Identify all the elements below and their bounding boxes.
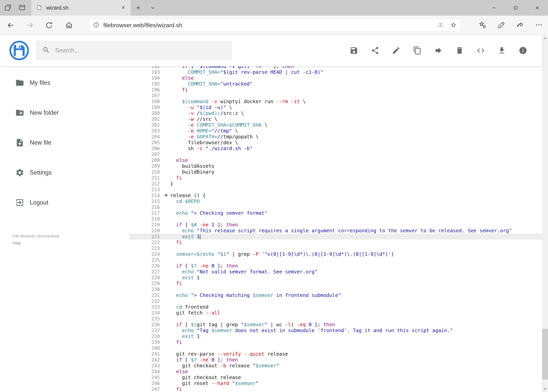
hub-icon[interactable]: [479, 21, 486, 29]
url-field[interactable]: filebrowser.web/files/wizard.sh: [89, 19, 461, 32]
code-line[interactable]: 218: [129, 216, 542, 222]
code-line[interactable]: 208 else: [129, 157, 542, 163]
code-line[interactable]: 196 fi: [129, 87, 542, 93]
code-line[interactable]: 235: [129, 316, 542, 322]
sidebar-item-logout[interactable]: Logout: [0, 188, 129, 217]
code-line[interactable]: 240: [129, 345, 542, 351]
reading-view-icon[interactable]: [437, 22, 444, 29]
code-line[interactable]: 192 if [ "$(command -v git)" != "" ]; th…: [129, 66, 542, 69]
code-line[interactable]: 238 exit 1: [129, 334, 542, 339]
code-line[interactable]: 225: [129, 257, 542, 263]
code-line[interactable]: 231 echo "> Checking matching $semver in…: [129, 292, 542, 298]
app-logo[interactable]: [9, 40, 29, 61]
code-line[interactable]: 198 $(command -v winpty) docker run --rm…: [129, 99, 542, 105]
code-line[interactable]: 213: [129, 187, 542, 193]
scrollbar-up-icon[interactable]: [542, 35, 548, 42]
code-line[interactable]: 226 if [ $? -ne 0 ]; then: [129, 263, 542, 269]
code-line[interactable]: 230: [129, 287, 542, 292]
page-info-icon[interactable]: [93, 22, 99, 29]
fold-arrow-icon[interactable]: [164, 195, 168, 197]
sidebar-item-new-file[interactable]: New file: [0, 128, 129, 158]
code-line[interactable]: 201 -w //src \: [129, 116, 542, 122]
page-scrollbar[interactable]: [542, 35, 548, 392]
new-tab-button[interactable]: [132, 0, 144, 16]
code-line[interactable]: 233 cd frontend: [129, 304, 542, 310]
code-line[interactable]: 242 if [ $? -ne 0 ]; then: [129, 357, 542, 363]
code-line[interactable]: 206 sh -c "./wizard.sh -b": [129, 146, 542, 152]
code-line[interactable]: 245 git checkout release: [129, 375, 542, 380]
code-line[interactable]: 215 cd $REPO: [129, 198, 542, 204]
tab-close-icon[interactable]: [121, 5, 126, 11]
save-icon[interactable]: [350, 46, 358, 55]
code-line[interactable]: 239 fi: [129, 339, 542, 345]
code-line[interactable]: 244 else: [129, 369, 542, 375]
delete-icon[interactable]: [455, 46, 464, 55]
code-line[interactable]: 247 fi: [129, 386, 542, 392]
code-line[interactable]: 211 fi: [129, 175, 542, 181]
code-line[interactable]: 204 -e GOPATH=//tmp/gopath \: [129, 134, 542, 140]
code-line[interactable]: 209 buildAssets: [129, 163, 542, 169]
code-line[interactable]: 207: [129, 152, 542, 157]
code-line[interactable]: 203 -e HOME="//tmp" \: [129, 128, 542, 134]
favorite-star-icon[interactable]: [450, 22, 457, 29]
code-line[interactable]: 200 -v /$(pwd):/src:z \: [129, 110, 542, 116]
annotate-icon[interactable]: [498, 21, 505, 29]
code-line[interactable]: 222 fi: [129, 239, 542, 245]
code-line[interactable]: 243 git checkout -b release "$semver": [129, 363, 542, 369]
code-line[interactable]: 210 buildBinary: [129, 169, 542, 175]
browser-tab[interactable]: wizard.sh: [31, 0, 131, 16]
code-line[interactable]: 223: [129, 245, 542, 251]
search-input[interactable]: [55, 47, 226, 54]
move-icon[interactable]: [434, 46, 443, 55]
code-line[interactable]: 214release () {: [129, 193, 542, 198]
tabs-preview-icon[interactable]: [18, 4, 26, 12]
code-line[interactable]: 227 echo "Not valid semver format. See s…: [129, 269, 542, 275]
copy-icon[interactable]: [413, 46, 422, 55]
code-line[interactable]: 236 if [ $(git tag | grep "$semver" | wc…: [129, 322, 542, 328]
sidebar-item-my-files[interactable]: My files: [0, 68, 129, 98]
code-line[interactable]: 193 COMMIT_SHA="$(git rev-parse HEAD | c…: [129, 69, 542, 75]
code-line[interactable]: 234 git fetch --all: [129, 310, 542, 316]
code-line[interactable]: 199 -u "$(id -u)" \: [129, 105, 542, 110]
code-icon[interactable]: [476, 46, 485, 55]
code-editor[interactable]: 192 if [ "$(command -v git)" != "" ]; th…: [129, 66, 542, 392]
code-line[interactable]: 228 exit 1: [129, 275, 542, 281]
code-line[interactable]: 217 echo "> Checking semver format": [129, 210, 542, 216]
set-tabs-aside-icon[interactable]: [4, 4, 12, 12]
scrollbar-down-icon[interactable]: [542, 385, 548, 392]
help-link[interactable]: Help: [13, 239, 59, 247]
code-line[interactable]: 232: [129, 298, 542, 304]
code-line[interactable]: 221 exit 1: [129, 234, 542, 239]
close-button[interactable]: [527, 0, 548, 16]
forward-button[interactable]: [24, 16, 36, 35]
code-line[interactable]: 241 git rev-parse --verify --quiet relea…: [129, 351, 542, 357]
home-button[interactable]: [63, 16, 75, 35]
browser-share-icon[interactable]: [516, 21, 524, 29]
share-icon[interactable]: [371, 46, 379, 55]
code-line[interactable]: 194 else: [129, 75, 542, 81]
code-line[interactable]: 229 fi: [129, 281, 542, 287]
code-line[interactable]: 224 semver=$(echo "$1" | grep -P '^v(0|[…: [129, 251, 542, 257]
search-bar[interactable]: [36, 41, 232, 60]
download-icon[interactable]: [498, 46, 506, 55]
code-line[interactable]: 197: [129, 93, 542, 99]
code-line[interactable]: 219 if [ $# -ne 1 ]; then: [129, 222, 542, 228]
code-line[interactable]: 202 -e COMMIT_SHA=$COMMIT_SHA \: [129, 122, 542, 128]
code-line[interactable]: 246 git reset --hard "$semver": [129, 380, 542, 386]
info-icon[interactable]: [519, 46, 527, 55]
minimize-button[interactable]: [483, 0, 505, 16]
maximize-button[interactable]: [505, 0, 527, 16]
code-line[interactable]: 216: [129, 204, 542, 210]
refresh-button[interactable]: [43, 16, 55, 35]
code-line[interactable]: 220 echo "This release script requires a…: [129, 228, 542, 234]
sidebar-item-settings[interactable]: Settings: [0, 158, 129, 188]
sidebar-item-new-folder[interactable]: New folder: [0, 98, 129, 128]
more-options-icon[interactable]: [535, 21, 543, 29]
code-line[interactable]: 195 COMMIT_SHA="untracked": [129, 81, 542, 87]
scrollbar-thumb[interactable]: [542, 329, 548, 379]
code-line[interactable]: 212}: [129, 181, 542, 187]
tab-preview-chevron-icon[interactable]: [147, 0, 159, 16]
code-line[interactable]: 205 filebrowser/dev \: [129, 140, 542, 146]
code-line[interactable]: 237 echo "Tag $semver does not exist in …: [129, 328, 542, 334]
edit-icon[interactable]: [392, 46, 401, 55]
